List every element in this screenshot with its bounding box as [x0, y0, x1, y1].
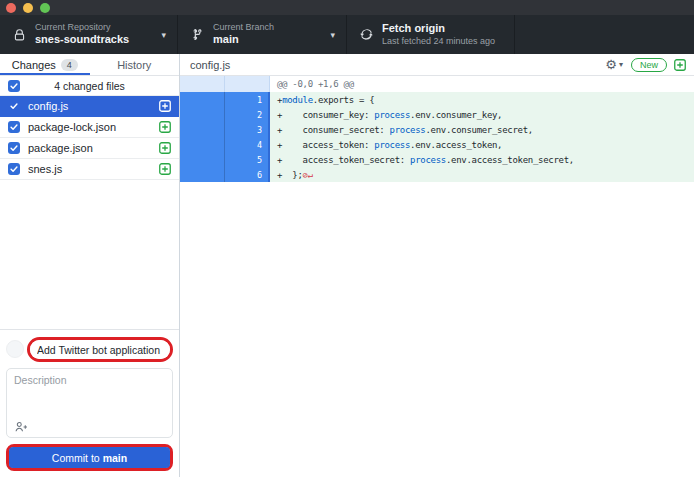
- toolbar-empty-space: [515, 15, 694, 54]
- diff-body: @@ -0,0 +1,6 @@ 1+module.exports = {2+ c…: [180, 76, 694, 477]
- changed-files-label: 4 changed files: [54, 80, 125, 92]
- file-name: package.json: [28, 142, 159, 154]
- diff-hunk-header: @@ -0,0 +1,6 @@: [180, 76, 694, 92]
- lock-icon: [11, 28, 27, 42]
- diff-line-gutter[interactable]: 6: [180, 167, 270, 182]
- commit-summary-row: [6, 337, 173, 363]
- diff-line-gutter[interactable]: 2: [180, 107, 270, 122]
- diff-line-code: + access_token_secret: process.env.acces…: [270, 152, 694, 167]
- toolbar: Current Repository snes-soundtracks ▾ Cu…: [0, 15, 694, 54]
- file-row[interactable]: config.js: [0, 96, 179, 117]
- current-branch-button[interactable]: Current Branch main ▾: [178, 15, 347, 54]
- file-name: package-lock.json: [28, 121, 159, 133]
- annotation-highlight-commit: Commit to main: [6, 444, 173, 471]
- diff-line-code: +module.exports = {: [270, 92, 694, 107]
- commit-button-prefix: Commit to: [52, 452, 103, 464]
- annotation-highlight-summary: [27, 337, 173, 363]
- file-name: snes.js: [28, 163, 159, 175]
- diff-line-gutter[interactable]: 5: [180, 152, 270, 167]
- chevron-down-icon: ▾: [161, 30, 166, 40]
- fetch-origin-label: Fetch origin: [382, 22, 495, 36]
- sidebar-tab-bar: Changes 4 History: [0, 54, 179, 76]
- add-coauthor-icon[interactable]: [14, 421, 28, 433]
- file-status-badge: New: [631, 58, 667, 72]
- current-repository-button[interactable]: Current Repository snes-soundtracks ▾: [0, 15, 178, 54]
- diff-lines: 1+module.exports = {2+ consumer_key: pro…: [180, 92, 694, 182]
- file-checkbox[interactable]: [8, 121, 20, 133]
- diff-line-gutter[interactable]: 1: [180, 92, 270, 107]
- diff-line[interactable]: 4+ access_token: process.env.access_toke…: [180, 137, 694, 152]
- commit-description-input[interactable]: [7, 369, 172, 421]
- diff-options-button[interactable]: ⚙ ▾: [605, 58, 623, 71]
- tab-changes-label: Changes: [12, 59, 56, 71]
- file-added-icon: [159, 142, 171, 154]
- gear-icon: ⚙: [605, 58, 617, 71]
- current-repository-value: snes-soundtracks: [35, 33, 129, 47]
- diff-line[interactable]: 5+ access_token_secret: process.env.acce…: [180, 152, 694, 167]
- current-branch-label: Current Branch: [213, 22, 274, 33]
- zoom-window-button[interactable]: [40, 3, 50, 13]
- diff-file-title: config.js: [190, 59, 605, 71]
- diff-line-code: + consumer_secret: process.env.consumer_…: [270, 122, 694, 137]
- changes-count-badge: 4: [61, 59, 78, 71]
- git-branch-icon: [189, 28, 205, 41]
- file-checkbox[interactable]: [8, 163, 20, 175]
- diff-line[interactable]: 1+module.exports = {: [180, 92, 694, 107]
- file-checkbox[interactable]: [8, 142, 20, 154]
- current-repository-label: Current Repository: [35, 22, 129, 33]
- commit-to-main-button[interactable]: Commit to main: [9, 447, 170, 468]
- avatar: [6, 340, 24, 358]
- fetch-origin-button[interactable]: Fetch origin Last fetched 24 minutes ago: [347, 15, 515, 54]
- diff-header: config.js ⚙ ▾ New: [180, 54, 694, 76]
- titlebar: [0, 0, 694, 15]
- changed-files-header: 4 changed files: [0, 76, 179, 96]
- tab-changes[interactable]: Changes 4: [0, 54, 90, 75]
- minimize-window-button[interactable]: [23, 3, 33, 13]
- select-all-checkbox[interactable]: [8, 80, 20, 92]
- file-added-icon: [159, 100, 171, 112]
- github-desktop-window: Current Repository snes-soundtracks ▾ Cu…: [0, 0, 694, 477]
- commit-form: Commit to main: [0, 329, 179, 477]
- file-row[interactable]: snes.js: [0, 159, 179, 180]
- fetch-origin-sublabel: Last fetched 24 minutes ago: [382, 36, 495, 47]
- sync-icon: [358, 28, 374, 41]
- diff-line[interactable]: 6+ };⊘↵: [180, 167, 694, 182]
- file-added-icon: [674, 59, 686, 71]
- chevron-down-icon: ▾: [619, 60, 623, 69]
- diff-line-code: + consumer_key: process.env.consumer_key…: [270, 107, 694, 122]
- diff-hunk-gutter: [180, 76, 270, 92]
- commit-button-branch: main: [103, 452, 128, 464]
- changes-sidebar: Changes 4 History 4 changed files config…: [0, 54, 180, 477]
- chevron-down-icon: ▾: [330, 30, 335, 40]
- diff-pane: config.js ⚙ ▾ New @@ -0,0 +1,6 @@ 1+modu…: [180, 54, 694, 477]
- close-window-button[interactable]: [6, 3, 16, 13]
- diff-line-code: + access_token: process.env.access_token…: [270, 137, 694, 152]
- file-name: config.js: [28, 100, 159, 112]
- tab-history[interactable]: History: [90, 54, 180, 75]
- tab-history-label: History: [117, 59, 151, 71]
- main-content: Changes 4 History 4 changed files config…: [0, 54, 694, 477]
- current-branch-value: main: [213, 33, 274, 47]
- commit-description-box: [6, 368, 173, 438]
- commit-summary-input[interactable]: [30, 340, 170, 359]
- diff-line-gutter[interactable]: 4: [180, 137, 270, 152]
- diff-line-code: + };⊘↵: [270, 167, 694, 182]
- file-row[interactable]: package-lock.json: [0, 117, 179, 138]
- file-row[interactable]: package.json: [0, 138, 179, 159]
- file-checkbox[interactable]: [8, 100, 20, 112]
- file-added-icon: [159, 163, 171, 175]
- diff-line[interactable]: 2+ consumer_key: process.env.consumer_ke…: [180, 107, 694, 122]
- changed-file-list: config.jspackage-lock.jsonpackage.jsonsn…: [0, 96, 179, 180]
- file-added-icon: [159, 121, 171, 133]
- diff-line[interactable]: 3+ consumer_secret: process.env.consumer…: [180, 122, 694, 137]
- diff-hunk-text: @@ -0,0 +1,6 @@: [270, 76, 694, 92]
- sidebar-empty-space: [0, 180, 179, 329]
- diff-line-gutter[interactable]: 3: [180, 122, 270, 137]
